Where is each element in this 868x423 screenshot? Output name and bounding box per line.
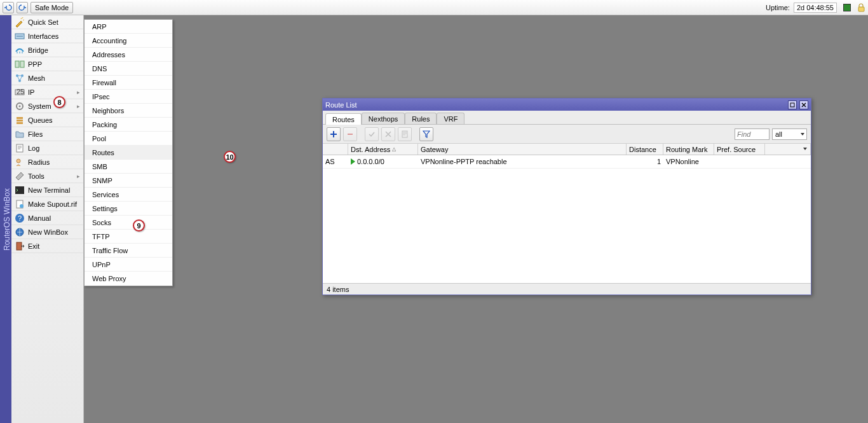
redo-button[interactable]: [17, 2, 28, 13]
svg-rect-0: [858, 7, 864, 11]
cell-routing-mark: VPNonline: [663, 158, 714, 165]
svg-text:255: 255: [17, 88, 25, 95]
sidebar-item-new-terminal[interactable]: New Terminal: [11, 183, 83, 197]
funnel-icon: [423, 130, 430, 138]
submenu-item-pool[interactable]: Pool: [85, 132, 172, 146]
submenu-item-label: Addresses: [92, 51, 125, 59]
column-dst-address[interactable]: Dst. Address△: [348, 144, 418, 155]
tab-routes[interactable]: Routes: [325, 113, 362, 125]
column-menu[interactable]: [765, 144, 811, 155]
sidebar-item-ppp[interactable]: PPP: [11, 57, 83, 71]
annotation-10: 10: [224, 151, 236, 163]
table-row[interactable]: AS0.0.0.0/0VPNonline-PPTP reachable1VPNo…: [323, 155, 811, 169]
tab-label: Rules: [412, 115, 430, 123]
ip-submenu: ARPAccountingAddressesDNSFirewallIPsecNe…: [84, 19, 173, 286]
disable-button[interactable]: [381, 127, 395, 141]
active-route-icon: [351, 158, 355, 165]
vertical-app-name: RouterOS WinBox: [0, 15, 11, 423]
tab-nexthops[interactable]: Nexthops: [362, 113, 405, 124]
window-toolbar: all: [323, 125, 811, 144]
interfaces-icon: [15, 31, 25, 41]
sidebar-item-quick-set[interactable]: Quick Set: [11, 15, 83, 29]
winbox-icon: [15, 227, 25, 237]
submenu-item-socks[interactable]: Socks: [85, 216, 172, 230]
remove-button[interactable]: [343, 127, 357, 141]
tools-icon: [15, 171, 25, 181]
sidebar-item-files[interactable]: Files: [11, 127, 83, 141]
svg-rect-11: [17, 117, 23, 119]
submenu-item-packing[interactable]: Packing: [85, 118, 172, 132]
add-button[interactable]: [327, 127, 341, 141]
submenu-item-upnp[interactable]: UPnP: [85, 258, 172, 272]
filter-dropdown[interactable]: all: [772, 128, 807, 140]
submenu-item-settings[interactable]: Settings: [85, 202, 172, 216]
submenu-item-traffic-flow[interactable]: Traffic Flow: [85, 244, 172, 258]
sidebar-item-tools[interactable]: Tools▸: [11, 169, 83, 183]
sidebar-item-log[interactable]: Log: [11, 141, 83, 155]
column-distance[interactable]: Distance: [627, 144, 663, 155]
sidebar-item-radius[interactable]: Radius: [11, 155, 83, 169]
sidebar-item-interfaces[interactable]: Interfaces: [11, 29, 83, 43]
submenu-item-label: UPnP: [92, 261, 111, 268]
find-input[interactable]: [735, 128, 770, 140]
filter-dropdown-value: all: [775, 130, 782, 138]
submenu-item-neighbors[interactable]: Neighbors: [85, 104, 172, 118]
submenu-item-label: Socks: [92, 219, 111, 226]
sidebar-item-mesh[interactable]: Mesh: [11, 71, 83, 85]
window-close-button[interactable]: [799, 101, 808, 109]
sidebar-item-new-winbox[interactable]: New WinBox: [11, 225, 83, 239]
page-icon: [401, 130, 409, 138]
submenu-item-accounting[interactable]: Accounting: [85, 34, 172, 48]
svg-rect-13: [17, 122, 23, 124]
submenu-item-snmp[interactable]: SNMP: [85, 174, 172, 188]
annotation-8: 8: [53, 96, 65, 108]
status-led-icon: [843, 4, 851, 11]
sidebar-item-label: Interfaces: [28, 32, 58, 40]
undo-button[interactable]: [3, 2, 14, 13]
grid-header: Dst. Address△ Gateway Distance Routing M…: [323, 144, 811, 155]
submenu-item-dns[interactable]: DNS: [85, 62, 172, 76]
submenu-item-addresses[interactable]: Addresses: [85, 48, 172, 62]
column-pref-source[interactable]: Pref. Source: [714, 144, 765, 155]
exit-icon: [15, 241, 25, 251]
comment-button[interactable]: [398, 127, 412, 141]
sidebar-item-ip[interactable]: 255IP▸: [11, 85, 83, 99]
svg-rect-3: [20, 61, 24, 67]
submenu-item-tftp[interactable]: TFTP: [85, 230, 172, 244]
submenu-item-label: SMB: [92, 163, 107, 170]
status-text: 4 items: [327, 286, 349, 293]
cell-gateway: VPNonline-PPTP reachable: [418, 158, 627, 165]
system-icon: [15, 101, 25, 111]
submenu-item-web-proxy[interactable]: Web Proxy: [85, 272, 172, 286]
submenu-item-firewall[interactable]: Firewall: [85, 76, 172, 90]
submenu-item-label: SNMP: [92, 177, 112, 184]
submenu-item-ipsec[interactable]: IPsec: [85, 90, 172, 104]
submenu-item-routes[interactable]: Routes: [85, 146, 172, 160]
lock-icon[interactable]: [857, 3, 865, 12]
window-titlebar[interactable]: Route List: [323, 99, 811, 111]
sidebar-item-exit[interactable]: Exit: [11, 239, 83, 253]
column-routing-mark[interactable]: Routing Mark: [663, 144, 714, 155]
filter-button[interactable]: [419, 127, 433, 141]
submenu-item-label: Pool: [92, 135, 106, 142]
supout-icon: [15, 199, 25, 209]
sidebar-item-manual[interactable]: ?Manual: [11, 211, 83, 225]
tab-label: Nexthops: [369, 115, 398, 123]
tab-rules[interactable]: Rules: [405, 113, 437, 124]
safe-mode-button[interactable]: Safe Mode: [31, 2, 73, 13]
enable-button[interactable]: [365, 127, 379, 141]
sidebar-item-label: Bridge: [28, 46, 48, 54]
column-flags[interactable]: [323, 144, 348, 155]
column-gateway[interactable]: Gateway: [418, 144, 627, 155]
submenu-item-arp[interactable]: ARP: [85, 20, 172, 34]
sidebar-item-bridge[interactable]: Bridge: [11, 43, 83, 57]
sidebar-item-make-supout-rif[interactable]: Make Supout.rif: [11, 197, 83, 211]
tab-vrf[interactable]: VRF: [437, 113, 465, 124]
annotation-9: 9: [133, 219, 145, 232]
submenu-item-services[interactable]: Services: [85, 188, 172, 202]
sidebar-item-queues[interactable]: Queues: [11, 113, 83, 127]
sidebar: Quick SetInterfacesBridgePPPMesh255IP▸Sy…: [11, 15, 84, 423]
sidebar-item-system[interactable]: System▸: [11, 99, 83, 113]
window-minimize-button[interactable]: [788, 101, 797, 109]
submenu-item-smb[interactable]: SMB: [85, 160, 172, 174]
